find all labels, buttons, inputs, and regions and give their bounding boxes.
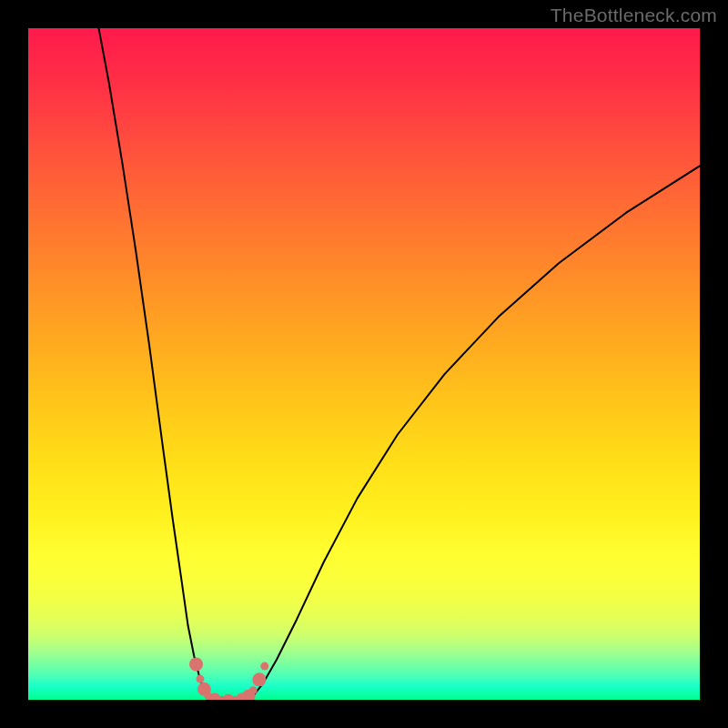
chart-frame: TheBottleneck.com [0,0,728,728]
marker-dot [196,675,204,683]
marker-dot [189,657,203,671]
curve-layer [28,28,700,700]
plot-area [28,28,700,700]
marker-dot [252,672,266,686]
bottleneck-curve [98,28,700,700]
marker-dot [249,686,258,694]
watermark-text: TheBottleneck.com [551,5,717,26]
marker-dot [260,662,268,671]
